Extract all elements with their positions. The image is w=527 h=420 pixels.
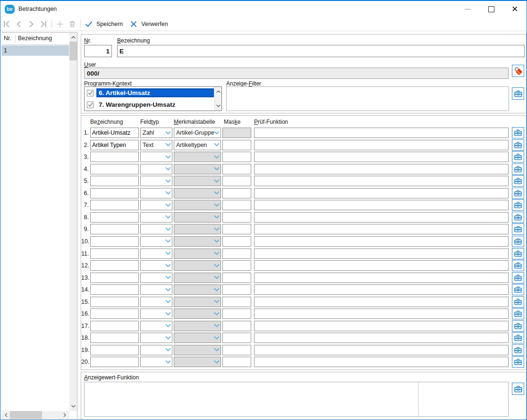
- merkmalstabelle-select[interactable]: [174, 321, 221, 331]
- feldtyp-select[interactable]: [140, 152, 172, 162]
- feldtyp-select[interactable]: [140, 164, 172, 174]
- filter-funktion-button[interactable]: [512, 87, 524, 100]
- column-header-nr[interactable]: Nr.: [4, 35, 11, 42]
- bezeichnung-cell-input[interactable]: [90, 176, 139, 186]
- feldtyp-select[interactable]: [140, 249, 172, 259]
- funktion-editor-button[interactable]: [512, 212, 524, 223]
- bezeichnung-cell-input[interactable]: [90, 260, 139, 271]
- previous-record-button[interactable]: [13, 18, 25, 30]
- funktion-editor-button[interactable]: [512, 248, 524, 259]
- merkmalstabelle-select[interactable]: Artikel-Gruppen: [174, 128, 221, 138]
- feldtyp-select[interactable]: [140, 176, 172, 186]
- pruef-funktion-cell-input[interactable]: [254, 321, 509, 331]
- pruef-funktion-cell-input[interactable]: [254, 152, 509, 162]
- discard-button[interactable]: [128, 18, 140, 30]
- funktion-editor-button[interactable]: [512, 151, 524, 163]
- merkmalstabelle-select[interactable]: [174, 260, 221, 271]
- merkmalstabelle-select[interactable]: [174, 224, 221, 234]
- maske-cell-input[interactable]: [222, 284, 251, 295]
- pruef-funktion-cell-input[interactable]: [254, 297, 509, 307]
- feldtyp-select[interactable]: [140, 212, 172, 223]
- funktion-editor-button[interactable]: [512, 356, 524, 368]
- merkmalstabelle-select[interactable]: [174, 152, 221, 162]
- maske-cell-input[interactable]: [222, 333, 251, 343]
- merkmalstabelle-select[interactable]: [174, 357, 221, 367]
- merkmalstabelle-select[interactable]: [174, 176, 221, 186]
- merkmalstabelle-select[interactable]: [174, 309, 221, 319]
- funktion-editor-button[interactable]: [512, 223, 524, 235]
- bezeichnung-input[interactable]: [117, 45, 525, 57]
- pruef-funktion-cell-input[interactable]: [254, 200, 509, 210]
- funktion-editor-button[interactable]: [512, 139, 524, 151]
- funktion-editor-button[interactable]: [512, 199, 524, 211]
- first-record-button[interactable]: [0, 18, 13, 30]
- funktion-editor-button[interactable]: [512, 175, 524, 187]
- checkbox-checked-icon[interactable]: [87, 102, 94, 108]
- merkmalstabelle-select[interactable]: [174, 297, 221, 307]
- anzeige-filter-input[interactable]: [226, 86, 509, 111]
- bezeichnung-cell-input[interactable]: [90, 309, 139, 319]
- pruef-funktion-cell-input[interactable]: [254, 309, 509, 319]
- anzeigewert-funktion-input[interactable]: [84, 382, 509, 417]
- pruef-funktion-cell-input[interactable]: [254, 128, 509, 138]
- record-list-row-selected[interactable]: 1: [1, 45, 69, 56]
- funktion-editor-button[interactable]: [512, 284, 524, 295]
- funktion-editor-button[interactable]: [512, 308, 524, 319]
- funktion-editor-button[interactable]: [512, 163, 524, 175]
- bezeichnung-cell-input[interactable]: [90, 236, 139, 247]
- vertical-scrollbar[interactable]: [69, 33, 77, 411]
- scroll-up-arrow-icon[interactable]: [214, 88, 222, 95]
- maske-cell-input[interactable]: [222, 309, 251, 319]
- pruef-funktion-cell-input[interactable]: [254, 224, 509, 234]
- minimize-button[interactable]: [456, 1, 479, 17]
- feldtyp-select[interactable]: [140, 321, 172, 331]
- funktion-editor-button[interactable]: [512, 260, 524, 271]
- kontext-item-warengruppen-umsatz[interactable]: 7. Warengruppen-Umsatz: [85, 99, 214, 111]
- close-button[interactable]: ✕: [503, 1, 527, 17]
- funktion-editor-button[interactable]: [512, 188, 524, 199]
- pruef-funktion-cell-input[interactable]: [254, 212, 509, 223]
- maske-cell-input[interactable]: [222, 128, 251, 138]
- maske-cell-input[interactable]: [222, 260, 251, 271]
- discard-button-label[interactable]: Verwerfen: [141, 21, 168, 27]
- merkmalstabelle-select[interactable]: [174, 273, 221, 283]
- maske-cell-input[interactable]: [222, 224, 251, 234]
- merkmalstabelle-select[interactable]: [174, 188, 221, 198]
- funktion-editor-button[interactable]: [512, 332, 524, 343]
- merkmalstabelle-select[interactable]: [174, 345, 221, 355]
- maske-cell-input[interactable]: [222, 249, 251, 259]
- pruef-funktion-cell-input[interactable]: [254, 345, 509, 355]
- bezeichnung-cell-input[interactable]: [90, 273, 139, 283]
- pruef-funktion-cell-input[interactable]: [254, 188, 509, 198]
- delete-record-button[interactable]: [66, 18, 78, 30]
- funktion-editor-button[interactable]: [512, 320, 524, 332]
- feldtyp-select[interactable]: [140, 297, 172, 307]
- feldtyp-select[interactable]: [140, 273, 172, 283]
- feldtyp-select[interactable]: [140, 188, 172, 198]
- bezeichnung-cell-input[interactable]: [90, 164, 139, 174]
- feldtyp-select[interactable]: Zahl: [140, 128, 172, 138]
- maske-cell-input[interactable]: [222, 236, 251, 247]
- save-button[interactable]: [83, 18, 95, 30]
- scroll-down-arrow-icon[interactable]: [214, 102, 222, 110]
- anzeigewert-funktion-button[interactable]: [512, 383, 524, 395]
- merkmalstabelle-select[interactable]: [174, 164, 221, 174]
- bezeichnung-cell-input[interactable]: [90, 140, 139, 150]
- maske-cell-input[interactable]: [222, 297, 251, 307]
- pruef-funktion-cell-input[interactable]: [254, 236, 509, 247]
- horizontal-scrollbar[interactable]: [1, 411, 69, 419]
- merkmalstabelle-select[interactable]: [174, 212, 221, 223]
- pruef-funktion-cell-input[interactable]: [254, 357, 509, 367]
- feldtyp-select[interactable]: [140, 333, 172, 343]
- bezeichnung-cell-input[interactable]: [90, 200, 139, 210]
- maske-cell-input[interactable]: [222, 321, 251, 331]
- feldtyp-select[interactable]: [140, 200, 172, 210]
- next-record-button[interactable]: [25, 18, 37, 30]
- bezeichnung-cell-input[interactable]: [90, 284, 139, 295]
- bezeichnung-cell-input[interactable]: [90, 249, 139, 259]
- funktion-editor-button[interactable]: [512, 344, 524, 356]
- pruef-funktion-cell-input[interactable]: [254, 273, 509, 283]
- user-key-button[interactable]: [512, 65, 524, 77]
- feldtyp-select[interactable]: [140, 309, 172, 319]
- maximize-button[interactable]: [479, 1, 503, 17]
